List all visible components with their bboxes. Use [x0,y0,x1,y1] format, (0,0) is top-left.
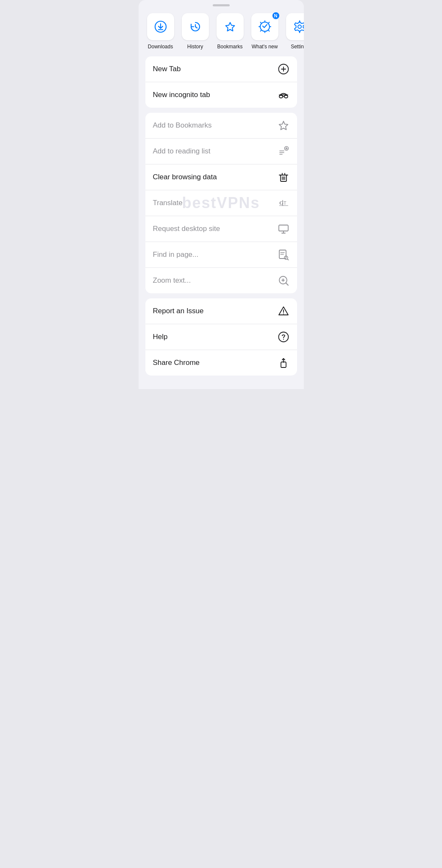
sidebar-item-downloads[interactable]: Downloads [145,13,176,50]
sidebar-item-bookmarks[interactable]: Bookmarks [215,13,245,50]
svg-point-52 [283,314,284,314]
plus-circle-icon [278,63,289,75]
drag-handle-bar [213,4,230,6]
menu-section-actions: bestVPNs Add to Bookmarks Add to reading… [145,113,297,293]
svg-line-11 [260,22,261,23]
history-icon-box [182,13,209,40]
new-tab-label: New Tab [153,65,181,73]
add-bookmarks-item[interactable]: Add to Bookmarks [145,113,297,139]
svg-line-45 [287,259,289,260]
menu-section-tabs: New Tab New incognito tab [145,56,297,108]
zoom-plus-icon [278,275,289,287]
downloads-icon-box [147,13,174,40]
settings-icon-box [286,13,304,40]
svg-marker-22 [279,121,288,130]
clear-browsing-item[interactable]: Clear browsing data [145,164,297,190]
share-icon [278,357,289,369]
drag-handle [139,0,304,9]
trash-icon [278,171,289,183]
share-chrome-label: Share Chrome [153,359,200,367]
share-chrome-item[interactable]: Share Chrome [145,350,297,376]
translate-item[interactable]: Translate G T [145,190,297,216]
settings-label: Settin... [291,44,303,50]
bookmarks-star-icon [223,20,237,33]
svg-line-14 [260,30,261,31]
zoom-text-label: Zoom text... [153,276,191,285]
bookmarks-icon-box [217,13,244,40]
menu-section-support: Report an Issue Help Share Chrome [145,298,297,376]
svg-rect-38 [279,225,288,231]
svg-rect-55 [281,362,286,367]
svg-line-13 [268,22,269,23]
report-issue-item[interactable]: Report an Issue [145,298,297,324]
help-item[interactable]: Help [145,324,297,350]
history-icon [189,20,202,33]
find-page-icon [278,249,289,261]
new-incognito-label: New incognito tab [153,91,210,99]
whats-new-icon-box: N [251,13,278,40]
svg-marker-5 [225,22,234,31]
clear-browsing-label: Clear browsing data [153,173,217,181]
add-reading-list-item[interactable]: Add to reading list [145,139,297,164]
svg-point-54 [283,339,284,340]
help-circle-icon [278,331,289,343]
add-bookmarks-label: Add to Bookmarks [153,121,212,130]
svg-line-4 [195,27,197,28]
svg-point-15 [298,25,301,28]
svg-line-12 [268,30,269,31]
notification-badge: N [272,11,280,20]
new-incognito-item[interactable]: New incognito tab [145,82,297,108]
svg-line-49 [286,283,288,285]
find-in-page-label: Find in page... [153,250,199,259]
sidebar-item-settings[interactable]: Settin... [284,13,304,50]
translate-icon: G T [278,197,289,209]
new-tab-item[interactable]: New Tab [145,56,297,82]
history-label: History [187,44,203,50]
warning-icon [278,305,289,317]
top-icon-row: Downloads History Bookmarks [139,9,304,56]
reading-list-icon [278,145,289,157]
sidebar-item-whats-new[interactable]: N What's new [250,13,280,50]
sidebar-item-history[interactable]: History [180,13,211,50]
bookmarks-label: Bookmarks [217,44,242,50]
svg-rect-20 [284,95,288,98]
bottom-sheet: Downloads History Bookmarks [139,0,304,389]
help-label: Help [153,333,168,341]
svg-rect-19 [279,95,283,98]
add-reading-list-label: Add to reading list [153,147,211,156]
incognito-icon [278,89,289,101]
star-outline-icon [278,120,289,131]
request-desktop-item[interactable]: Request desktop site [145,216,297,242]
translate-label: Translate [153,199,183,207]
svg-text:T: T [284,200,286,206]
report-issue-label: Report an Issue [153,307,204,315]
whats-new-label: What's new [252,44,278,50]
whats-new-icon [258,20,272,33]
download-icon [154,20,167,33]
find-in-page-item[interactable]: Find in page... [145,242,297,268]
zoom-text-item[interactable]: Zoom text... [145,268,297,293]
settings-gear-icon [293,20,304,33]
desktop-icon [278,223,289,235]
downloads-label: Downloads [148,44,173,50]
request-desktop-label: Request desktop site [153,225,220,233]
